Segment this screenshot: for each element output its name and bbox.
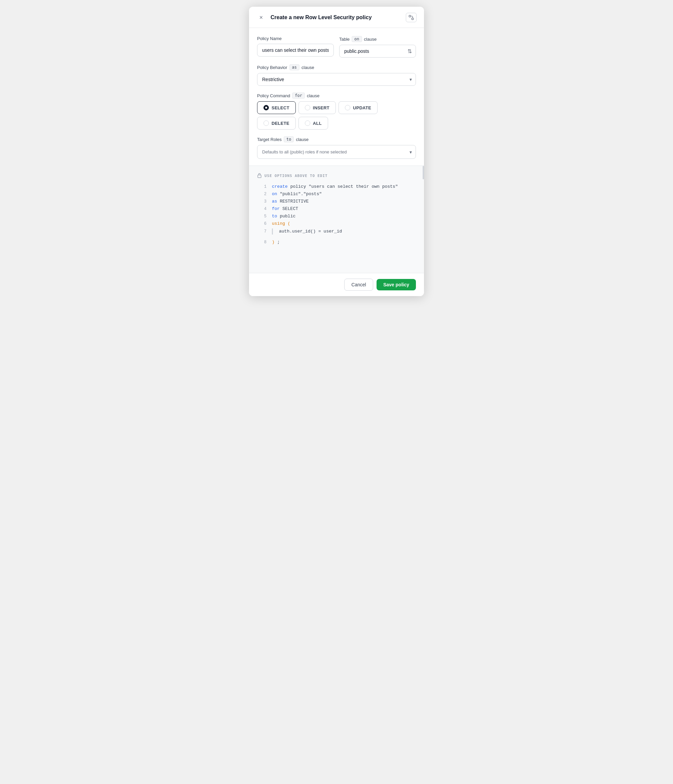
line-number-3: 3 bbox=[257, 198, 266, 205]
table-label: Table on clause bbox=[339, 36, 416, 42]
command-update-radio-dot bbox=[345, 105, 350, 110]
line-number-6: 6 bbox=[257, 220, 266, 227]
target-roles-label: Target Roles to clause bbox=[257, 136, 416, 142]
table-group: Table on clause public.posts ⇅ bbox=[339, 36, 416, 58]
line-bar-7 bbox=[272, 229, 273, 235]
behavior-clause-text: clause bbox=[302, 65, 314, 70]
line-content-5: to public bbox=[272, 213, 416, 220]
command-update-option[interactable]: UPDATE bbox=[339, 101, 378, 114]
command-select-option[interactable]: SELECT bbox=[257, 101, 296, 114]
code-line-8: 8 ) ; bbox=[257, 238, 416, 246]
modal-footer: Cancel Save policy bbox=[249, 273, 424, 296]
policy-name-group: Policy Name bbox=[257, 36, 334, 58]
code-line-3: 3 as RESTRICTIVE bbox=[257, 198, 416, 205]
command-all-option[interactable]: ALL bbox=[298, 117, 328, 129]
line-number-4: 4 bbox=[257, 205, 266, 212]
command-all-radio-dot bbox=[305, 120, 310, 126]
code-line-1: 1 create policy "users can select their … bbox=[257, 183, 416, 190]
command-insert-option[interactable]: INSERT bbox=[298, 101, 336, 114]
lock-icon bbox=[257, 173, 262, 179]
behavior-select[interactable]: Restrictive Permissive bbox=[257, 73, 416, 86]
code-spacer bbox=[257, 246, 416, 266]
command-radio-group: SELECT INSERT UPDATE DELETE ALL bbox=[257, 101, 416, 129]
behavior-group: Policy Behavior as clause Restrictive Pe… bbox=[257, 64, 416, 86]
line-content-7: auth.user_id() = user_id bbox=[272, 228, 416, 237]
form-row-1: Policy Name Table on clause public.posts… bbox=[257, 36, 416, 58]
line-content-2: on "public"."posts" bbox=[272, 190, 416, 198]
code-line-2: 2 on "public"."posts" bbox=[257, 190, 416, 198]
table-clause-text: clause bbox=[364, 37, 377, 42]
svg-rect-4 bbox=[258, 175, 261, 178]
line-number-7: 7 bbox=[257, 228, 266, 235]
modal-body: Policy Name Table on clause public.posts… bbox=[249, 28, 424, 159]
line-content-3: as RESTRICTIVE bbox=[272, 198, 416, 205]
modal-title: Create a new Row Level Security policy bbox=[270, 14, 372, 20]
target-roles-select[interactable]: Defaults to all (public) roles if none s… bbox=[257, 145, 416, 159]
cancel-button[interactable]: Cancel bbox=[344, 278, 373, 291]
scrollbar-thumb[interactable] bbox=[423, 166, 424, 179]
command-delete-radio-dot bbox=[263, 120, 269, 126]
behavior-select-wrapper: Restrictive Permissive ▾ bbox=[257, 73, 416, 86]
line-number-1: 1 bbox=[257, 183, 266, 190]
command-select-label: SELECT bbox=[272, 105, 289, 110]
code-line-5: 5 to public bbox=[257, 213, 416, 220]
line-content-6: using ( bbox=[272, 220, 416, 227]
policy-name-label: Policy Name bbox=[257, 36, 334, 41]
behavior-as-badge: as bbox=[289, 64, 300, 70]
code-line-7: 7 auth.user_id() = user_id bbox=[257, 228, 416, 237]
behavior-label: Policy Behavior as clause bbox=[257, 64, 416, 70]
command-insert-radio-dot bbox=[305, 105, 310, 110]
code-section: USE OPTIONS ABOVE TO EDIT 1 create polic… bbox=[249, 166, 424, 273]
line-number-5: 5 bbox=[257, 213, 266, 220]
command-delete-option[interactable]: DELETE bbox=[257, 117, 296, 129]
command-clause-text: clause bbox=[307, 93, 320, 98]
code-block: 1 create policy "users can select their … bbox=[257, 183, 416, 246]
policy-name-input[interactable] bbox=[257, 44, 334, 56]
line-number-8: 8 bbox=[257, 238, 266, 246]
target-roles-clause-text: clause bbox=[296, 137, 309, 142]
table-select[interactable]: public.posts bbox=[339, 45, 416, 58]
line-number-2: 2 bbox=[257, 190, 266, 198]
line-content-1: create policy "users can select their ow… bbox=[272, 183, 416, 190]
scrollbar-track bbox=[422, 166, 424, 273]
line-content-8: ) ; bbox=[272, 238, 416, 246]
close-button[interactable]: × bbox=[256, 13, 266, 22]
save-policy-button[interactable]: Save policy bbox=[376, 279, 416, 290]
target-roles-to-badge: to bbox=[284, 136, 294, 142]
target-roles-select-wrapper: Defaults to all (public) roles if none s… bbox=[257, 145, 416, 159]
code-hint-text: USE OPTIONS ABOVE TO EDIT bbox=[264, 174, 328, 178]
command-insert-label: INSERT bbox=[313, 105, 330, 110]
table-on-badge: on bbox=[352, 36, 362, 42]
command-label: Policy Command for clause bbox=[257, 93, 416, 99]
line-content-4: for SELECT bbox=[272, 205, 416, 213]
command-update-label: UPDATE bbox=[353, 105, 371, 110]
code-lock-row: USE OPTIONS ABOVE TO EDIT bbox=[257, 173, 416, 179]
command-select-radio-dot bbox=[263, 105, 269, 110]
code-line-6: 6 using ( bbox=[257, 220, 416, 227]
svg-rect-1 bbox=[412, 18, 413, 20]
header-left: × Create a new Row Level Security policy bbox=[256, 13, 372, 22]
modal-container: × Create a new Row Level Security policy… bbox=[249, 7, 424, 296]
command-for-badge: for bbox=[292, 93, 305, 99]
modal-header: × Create a new Row Level Security policy bbox=[249, 7, 424, 28]
code-line-4: 4 for SELECT bbox=[257, 205, 416, 213]
command-group: Policy Command for clause SELECT INSERT … bbox=[257, 93, 416, 129]
svg-rect-0 bbox=[409, 16, 411, 17]
expand-button[interactable] bbox=[406, 13, 417, 22]
command-delete-label: DELETE bbox=[272, 121, 289, 126]
command-all-label: ALL bbox=[313, 121, 322, 126]
table-select-wrapper: public.posts ⇅ bbox=[339, 45, 416, 58]
target-roles-group: Target Roles to clause Defaults to all (… bbox=[257, 136, 416, 159]
